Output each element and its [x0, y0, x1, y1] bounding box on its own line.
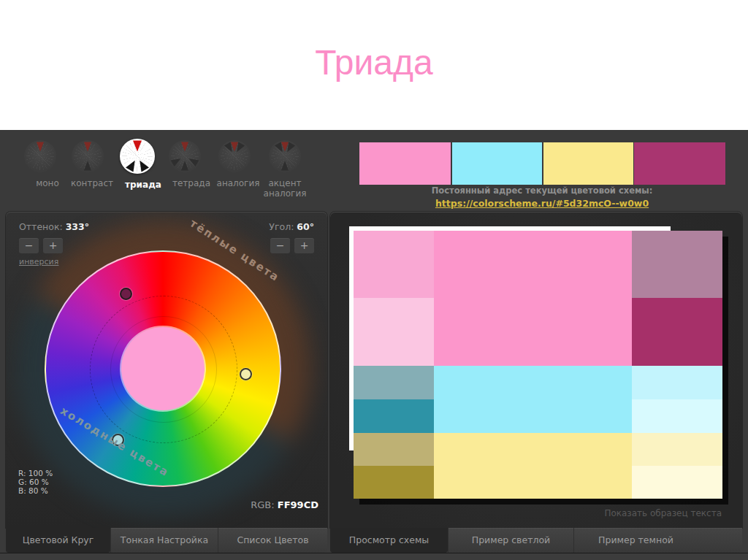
preview-cell	[632, 433, 722, 466]
triad-wheel-icon	[120, 139, 155, 174]
slide: Триада моно контраст триада	[0, 0, 748, 560]
preview-cell-cyan	[434, 366, 632, 433]
hue-value: 333°	[66, 221, 89, 232]
mode-triad[interactable]: триада	[115, 140, 159, 190]
right-tabbar: Просмотр схемы Пример светлой страницы П…	[330, 528, 742, 553]
mode-contrast[interactable]: контраст	[64, 140, 111, 188]
preview-cell-primary	[434, 231, 632, 366]
bottom-strip	[0, 553, 748, 560]
mono-wheel-icon	[24, 140, 56, 172]
preview-cell	[354, 366, 434, 399]
preview-color-grid	[354, 231, 722, 499]
tabbar-filler	[698, 528, 742, 553]
mode-accent-analogy[interactable]: акцент аналогия	[257, 140, 313, 199]
preview-cell	[354, 466, 434, 499]
hue-minus-button[interactable]: −	[19, 238, 39, 253]
color-wheel-panel: тёплые цвета холодные цвета Оттенок: 333…	[6, 212, 327, 528]
mode-label: акцент аналогия	[257, 178, 313, 199]
contrast-wheel-icon	[72, 140, 104, 172]
hue-marker-yellow[interactable]	[240, 368, 252, 380]
red-percent: R: 100 %	[18, 469, 53, 477]
show-text-sample-link[interactable]: Показать образец текста	[604, 508, 722, 518]
permalink-url[interactable]: https://colorscheme.ru/#5d32mcO--w0w0	[435, 198, 649, 209]
mode-analogy[interactable]: аналогия	[210, 140, 259, 188]
selected-color-circle	[121, 327, 205, 410]
angle-label: Угол:	[269, 221, 294, 232]
preview-cell	[354, 231, 434, 298]
hue-field: Оттенок: 333°	[19, 221, 89, 232]
scheme-swatch-magenta	[634, 142, 725, 185]
invert-link[interactable]: инверсия	[19, 257, 58, 266]
preview-cell-yellow	[434, 433, 632, 499]
preview-cell	[354, 399, 434, 433]
preview-cell	[632, 466, 722, 499]
left-tabbar: Цветовой Круг Тонкая Настройка Список Цв…	[6, 528, 327, 553]
tab-fine-tuning[interactable]: Тонкая Настройка	[110, 528, 218, 553]
angle-field: Угол: 60°	[269, 221, 314, 232]
preview-cell	[632, 231, 722, 298]
scheme-swatch-cyan	[452, 142, 542, 185]
rgb-hex-output: RGB: FF99CD	[251, 499, 318, 510]
accent-analogy-wheel-icon	[269, 140, 301, 172]
tab-scheme-view[interactable]: Просмотр схемы	[330, 528, 448, 553]
scheme-swatch-yellow	[543, 142, 633, 185]
angle-minus-button[interactable]: −	[270, 238, 290, 253]
angle-value: 60°	[297, 221, 314, 232]
tab-color-list[interactable]: Список Цветов	[218, 528, 327, 553]
tab-dark-page-example[interactable]: Пример темной страницы	[573, 528, 698, 553]
mode-mono[interactable]: моно	[20, 140, 61, 188]
mode-label: триада	[115, 180, 171, 190]
green-percent: G: 60 %	[18, 477, 53, 486]
permalink-caption: Постоянный адрес текущей цветовой схемы:	[337, 185, 747, 196]
rgb-percentages: R: 100 % G: 60 % B: 80 %	[18, 469, 53, 495]
hue-marker-primary[interactable]	[120, 288, 132, 300]
permalink-block: Постоянный адрес текущей цветовой схемы:…	[337, 185, 747, 210]
mode-label: контраст	[64, 178, 120, 188]
preview-cell	[354, 433, 434, 466]
tab-color-wheel[interactable]: Цветовой Круг	[6, 528, 110, 553]
hue-label: Оттенок:	[19, 221, 63, 232]
hue-plus-button[interactable]: +	[43, 238, 63, 253]
tetrad-wheel-icon	[169, 140, 201, 172]
preview-cell	[632, 366, 722, 399]
preview-cell	[632, 399, 722, 433]
page-title: Триада	[0, 42, 748, 83]
preview-cell	[354, 298, 434, 366]
rgb-label: RGB:	[251, 499, 274, 510]
tab-light-page-example[interactable]: Пример светлой страницы	[448, 528, 573, 553]
preview-cell	[632, 298, 722, 366]
analogy-wheel-icon	[218, 140, 251, 172]
angle-plus-button[interactable]: +	[294, 238, 314, 253]
rgb-value: FF99CD	[278, 499, 318, 510]
blue-percent: B: 80 %	[18, 486, 53, 495]
mode-tetrad[interactable]: тетрада	[164, 140, 206, 188]
scheme-swatch-pink	[359, 142, 451, 185]
colorscheme-app-screenshot: моно контраст триада тетрада	[0, 130, 748, 560]
scheme-preview-panel: Показать образец текста	[330, 212, 742, 528]
